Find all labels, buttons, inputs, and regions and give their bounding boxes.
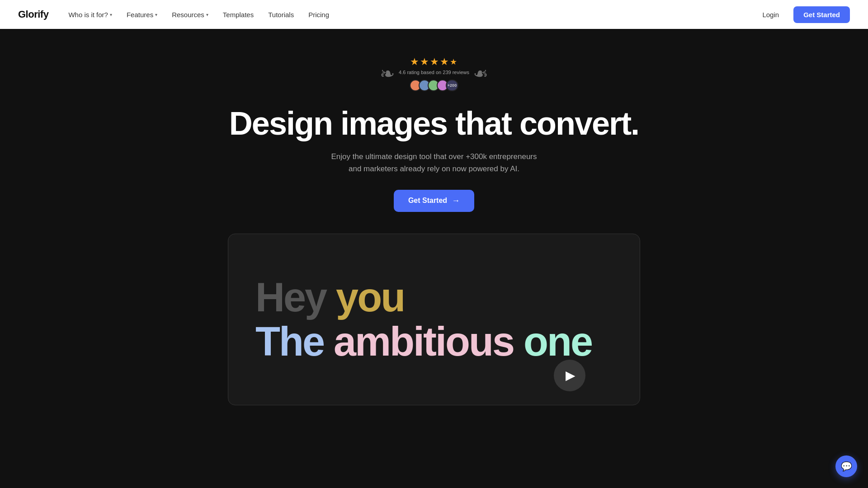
hero-section: ❧ ★★★★★ 4.6 rating based on 239 reviews — [0, 29, 868, 423]
chevron-down-icon: ▾ — [110, 12, 112, 17]
laurel-wrapper: ❧ ★★★★★ 4.6 rating based on 239 reviews — [380, 56, 488, 91]
chevron-down-icon: ▾ — [155, 12, 157, 17]
rating-text: 4.6 rating based on 239 reviews — [399, 70, 469, 75]
demo-ambitious-text: ambitious — [334, 319, 514, 364]
demo-one-text: one — [524, 319, 592, 364]
play-icon: ▶ — [566, 368, 576, 383]
chat-icon: 💬 — [841, 461, 852, 472]
laurel-right-icon: ❧ — [473, 65, 488, 83]
hero-subtext: Enjoy the ultimate design tool that over… — [331, 150, 537, 175]
nav-menu: Who is it for? ▾ Features ▾ Resources ▾ … — [63, 7, 335, 22]
rating-inner: ★★★★★ 4.6 rating based on 239 reviews +2… — [399, 56, 469, 91]
hero-headline: Design images that convert. — [229, 106, 639, 141]
avatar-row: +200 — [410, 80, 458, 91]
star-rating: ★★★★★ — [410, 56, 458, 68]
avatar-count: +200 — [446, 80, 458, 91]
nav-get-started-button[interactable]: Get Started — [793, 6, 850, 23]
nav-item-who[interactable]: Who is it for? ▾ — [63, 7, 118, 22]
nav-item-features[interactable]: Features ▾ — [121, 7, 163, 22]
demo-line2: The ambitious one — [255, 321, 592, 362]
rating-badge: ❧ ★★★★★ 4.6 rating based on 239 reviews — [380, 56, 488, 91]
arrow-right-icon: → — [452, 196, 460, 206]
navbar: Glorify Who is it for? ▾ Features ▾ Reso… — [0, 0, 868, 29]
login-button[interactable]: Login — [755, 7, 786, 22]
demo-the-text: The — [255, 319, 334, 364]
chevron-down-icon: ▾ — [206, 12, 208, 17]
demo-line1: Hey you — [255, 277, 404, 318]
chat-support-button[interactable]: 💬 — [835, 455, 857, 477]
nav-item-templates[interactable]: Templates — [217, 7, 259, 22]
nav-item-pricing[interactable]: Pricing — [303, 7, 335, 22]
play-button[interactable]: ▶ — [554, 360, 585, 391]
demo-window: Hey you The ambitious one ▶ — [228, 234, 640, 405]
logo[interactable]: Glorify — [18, 9, 48, 20]
laurel-left-icon: ❧ — [380, 65, 395, 83]
nav-left: Glorify Who is it for? ▾ Features ▾ Reso… — [18, 7, 335, 22]
demo-hey-text: Hey — [255, 275, 336, 320]
nav-right: Login Get Started — [755, 6, 850, 23]
nav-item-resources[interactable]: Resources ▾ — [166, 7, 214, 22]
nav-item-tutorials[interactable]: Tutorials — [263, 7, 299, 22]
demo-you-text: you — [336, 275, 404, 320]
hero-get-started-button[interactable]: Get Started → — [394, 190, 474, 212]
logo-text: Glorify — [18, 9, 48, 20]
